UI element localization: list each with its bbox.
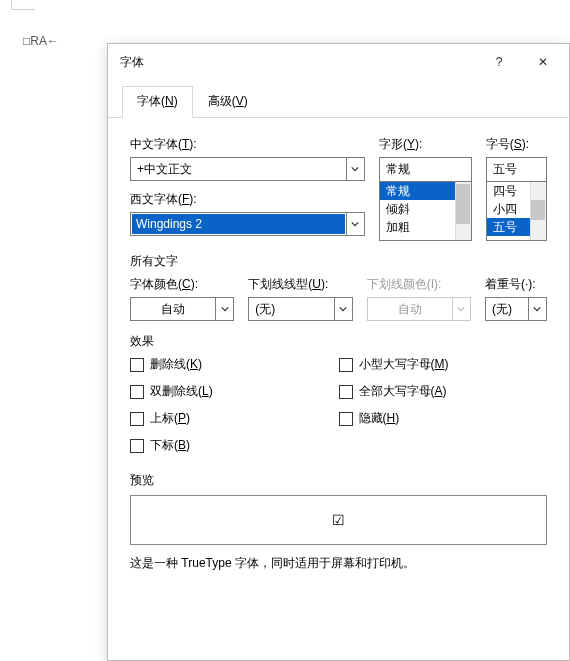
checkbox-superscript[interactable]: 上标(P): [130, 410, 339, 427]
checkbox-label: 下标(B): [150, 437, 190, 454]
style-value: 常规: [380, 161, 471, 178]
tab-advanced[interactable]: 高级(V): [193, 86, 263, 118]
checkbox-label: 全部大写字母(A): [359, 383, 447, 400]
font-description: 这是一种 TrueType 字体，同时适用于屏幕和打印机。: [130, 555, 547, 572]
underline-style-dropdown[interactable]: [334, 298, 352, 320]
label-font-color: 字体颜色(C):: [130, 276, 234, 293]
checkbox-label: 删除线(K): [150, 356, 202, 373]
checkbox-strike[interactable]: 删除线(K): [130, 356, 339, 373]
underline-color-dropdown: [452, 298, 470, 320]
latin-font-value: Wingdings 2: [132, 214, 345, 234]
emphasis-dropdown[interactable]: [528, 298, 546, 320]
underline-color-combo: 自动: [367, 297, 471, 321]
checkbox-small-caps[interactable]: 小型大写字母(M): [339, 356, 548, 373]
dialog-title: 字体: [120, 54, 477, 71]
size-listbox[interactable]: 四号 小四 五号: [486, 181, 547, 241]
chevron-down-icon: [221, 305, 229, 313]
emphasis-combo[interactable]: (无): [485, 297, 547, 321]
checkbox-subscript[interactable]: 下标(B): [130, 437, 339, 454]
tab-strip: 字体(N) 高级(V): [108, 80, 569, 118]
tab-font[interactable]: 字体(N): [122, 86, 193, 118]
checkbox-box: [339, 385, 353, 399]
underline-color-value: 自动: [368, 301, 452, 318]
tab-font-pre: 字体(: [137, 94, 165, 108]
label-underline-style: 下划线线型(U):: [248, 276, 352, 293]
label-underline-color: 下划线颜色(I):: [367, 276, 471, 293]
cn-font-value: +中文正文: [131, 161, 346, 178]
label-latin-font: 西文字体(F):: [130, 191, 365, 208]
checkbox-box: [339, 358, 353, 372]
checkbox-box: [130, 439, 144, 453]
style-scrollbar[interactable]: [455, 182, 471, 240]
label-cn-font: 中文字体(T):: [130, 136, 365, 153]
checkbox-label: 隐藏(H): [359, 410, 400, 427]
help-icon: ?: [496, 55, 503, 69]
checkbox-label: 双删除线(L): [150, 383, 213, 400]
doc-corner: [11, 0, 35, 10]
label-preview: 预览: [130, 472, 547, 489]
font-color-combo[interactable]: 自动: [130, 297, 234, 321]
checkbox-hidden[interactable]: 隐藏(H): [339, 410, 548, 427]
latin-font-combo[interactable]: Wingdings 2: [130, 212, 365, 236]
font-dialog: 字体 ? ✕ 字体(N) 高级(V) 中文字体(T): +中文正文 西文字体(F…: [107, 43, 570, 661]
label-all-text: 所有文字: [130, 253, 547, 270]
tab-adv-post: ): [244, 94, 248, 108]
tab-adv-pre: 高级(: [208, 94, 236, 108]
preview-box: ☑: [130, 495, 547, 545]
style-listbox[interactable]: 常规 倾斜 加粗: [379, 181, 472, 241]
checkbox-label: 小型大写字母(M): [359, 356, 449, 373]
chevron-down-icon: [457, 305, 465, 313]
tab-adv-hot: V: [236, 94, 244, 108]
chevron-down-icon: [351, 165, 359, 173]
checkbox-box: [339, 412, 353, 426]
size-scrollbar[interactable]: [530, 182, 546, 240]
tab-font-hot: N: [165, 94, 174, 108]
checkbox-label: 上标(P): [150, 410, 190, 427]
checkbox-double-strike[interactable]: 双删除线(L): [130, 383, 339, 400]
checkbox-all-caps[interactable]: 全部大写字母(A): [339, 383, 548, 400]
help-button[interactable]: ?: [477, 47, 521, 77]
emphasis-value: (无): [486, 301, 528, 318]
doc-snippet: □RA←: [23, 34, 59, 48]
label-size: 字号(S):: [486, 136, 547, 153]
label-effects: 效果: [130, 333, 547, 350]
scroll-thumb[interactable]: [531, 200, 545, 220]
chevron-down-icon: [351, 220, 359, 228]
preview-sample: ☑: [332, 512, 345, 528]
latin-font-dropdown[interactable]: [346, 213, 364, 235]
label-style: 字形(Y):: [379, 136, 472, 153]
checkbox-box: [130, 412, 144, 426]
font-color-dropdown[interactable]: [215, 298, 233, 320]
chevron-down-icon: [533, 305, 541, 313]
style-input[interactable]: 常规: [379, 157, 472, 181]
label-emphasis: 着重号(·):: [485, 276, 547, 293]
chevron-down-icon: [339, 305, 347, 313]
close-button[interactable]: ✕: [521, 47, 565, 77]
checkbox-box: [130, 385, 144, 399]
scroll-thumb[interactable]: [456, 184, 470, 224]
font-color-value: 自动: [131, 301, 215, 318]
underline-style-value: (无): [249, 301, 333, 318]
checkbox-box: [130, 358, 144, 372]
tab-font-post: ): [174, 94, 178, 108]
size-input[interactable]: 五号: [486, 157, 547, 181]
underline-style-combo[interactable]: (无): [248, 297, 352, 321]
cn-font-combo[interactable]: +中文正文: [130, 157, 365, 181]
size-value: 五号: [487, 161, 546, 178]
cn-font-dropdown[interactable]: [346, 158, 364, 180]
close-icon: ✕: [538, 55, 548, 69]
titlebar: 字体 ? ✕: [108, 44, 569, 80]
